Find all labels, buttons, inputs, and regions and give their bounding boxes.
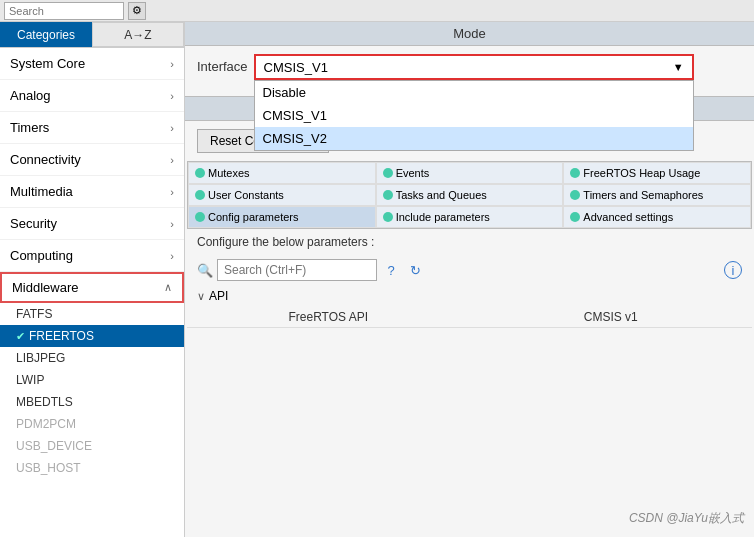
sidebar-item-label: Analog <box>10 88 50 103</box>
status-dot-icon <box>195 168 205 178</box>
tab-label: Timers and Semaphores <box>583 189 703 201</box>
api-label: API <box>209 289 228 303</box>
sidebar-item-analog[interactable]: Analog › <box>0 80 184 112</box>
watermark: CSDN @JiaYu嵌入式 <box>629 510 744 527</box>
status-dot-icon <box>383 168 393 178</box>
middleware-submenu: FATFS ✔ FREERTOS LIBJPEG LWIP MBEDTLS PD… <box>0 303 184 479</box>
status-dot-icon <box>383 190 393 200</box>
config-tab-advanced[interactable]: Advanced settings <box>563 206 751 228</box>
check-icon: ✔ <box>16 330 25 343</box>
help-circle-icon[interactable]: ? <box>381 260 401 280</box>
config-tabs: Mutexes Events FreeRTOS Heap Usage User … <box>187 161 752 229</box>
sidebar-item-timers[interactable]: Timers › <box>0 112 184 144</box>
dropdown-option-cmsis-v1[interactable]: CMSIS_V1 <box>255 104 693 127</box>
sidebar-item-connectivity[interactable]: Connectivity › <box>0 144 184 176</box>
sidebar-item-multimedia[interactable]: Multimedia › <box>0 176 184 208</box>
sidebar-item-middleware[interactable]: Middleware ∧ <box>0 272 184 303</box>
sub-item-freertos[interactable]: ✔ FREERTOS <box>0 325 184 347</box>
sidebar-item-label: Security <box>10 216 57 231</box>
api-item-freertos[interactable]: FreeRTOS API <box>187 307 470 328</box>
configure-text: Configure the below parameters : <box>185 229 754 255</box>
chevron-right-icon: › <box>170 90 174 102</box>
info-icon[interactable]: i <box>724 261 742 279</box>
sidebar-item-label: System Core <box>10 56 85 71</box>
config-tab-include-params[interactable]: Include parameters <box>376 206 564 228</box>
content-area: Mode Interface CMSIS_V1 ▼ Disable CMSIS_… <box>185 22 754 537</box>
config-tab-mutexes[interactable]: Mutexes <box>188 162 376 184</box>
status-dot-icon <box>195 212 205 222</box>
top-bar: ⚙ <box>0 0 754 22</box>
tab-label: Config parameters <box>208 211 299 223</box>
dropdown-list: Disable CMSIS_V1 CMSIS_V2 <box>254 80 694 151</box>
config-search-input[interactable] <box>217 259 377 281</box>
api-item-cmsis[interactable]: CMSIS v1 <box>470 307 753 328</box>
tab-az[interactable]: A→Z <box>92 22 184 47</box>
content-inner: Mode Interface CMSIS_V1 ▼ Disable CMSIS_… <box>185 22 754 537</box>
chevron-right-icon: › <box>170 122 174 134</box>
tab-label: User Constants <box>208 189 284 201</box>
config-tab-tasks-queues[interactable]: Tasks and Queues <box>376 184 564 206</box>
tab-categories[interactable]: Categories <box>0 22 92 47</box>
sidebar-item-computing[interactable]: Computing › <box>0 240 184 272</box>
status-dot-icon <box>570 190 580 200</box>
chevron-right-icon: › <box>170 250 174 262</box>
tab-label: Events <box>396 167 430 179</box>
sub-item-label: FREERTOS <box>29 329 94 343</box>
refresh-icon[interactable]: ↻ <box>405 260 425 280</box>
api-items: FreeRTOS API CMSIS v1 <box>187 307 752 328</box>
dropdown-arrow-icon: ▼ <box>673 61 684 73</box>
mode-header: Mode <box>185 22 754 46</box>
sub-item-usb-host[interactable]: USB_HOST <box>0 457 184 479</box>
config-tab-timers-semaphores[interactable]: Timers and Semaphores <box>563 184 751 206</box>
dropdown-selected[interactable]: CMSIS_V1 ▼ <box>254 54 694 80</box>
interface-dropdown[interactable]: CMSIS_V1 ▼ Disable CMSIS_V1 CMSIS_V2 <box>254 54 694 80</box>
search-row: 🔍 ? ↻ i <box>185 255 754 285</box>
chevron-down-icon: ∧ <box>164 281 172 294</box>
dropdown-value: CMSIS_V1 <box>264 60 328 75</box>
config-tab-user-constants[interactable]: User Constants <box>188 184 376 206</box>
collapse-arrow-icon[interactable]: ∨ <box>197 290 205 303</box>
gear-button[interactable]: ⚙ <box>128 2 146 20</box>
status-dot-icon <box>570 168 580 178</box>
chevron-right-icon: › <box>170 58 174 70</box>
search-icon: 🔍 <box>197 263 213 278</box>
chevron-right-icon: › <box>170 218 174 230</box>
config-tab-events[interactable]: Events <box>376 162 564 184</box>
sidebar-item-security[interactable]: Security › <box>0 208 184 240</box>
sidebar-item-label: Computing <box>10 248 73 263</box>
tab-label: Tasks and Queues <box>396 189 487 201</box>
tab-label: FreeRTOS Heap Usage <box>583 167 700 179</box>
sub-item-mbedtls[interactable]: MBEDTLS <box>0 391 184 413</box>
tab-label: Mutexes <box>208 167 250 179</box>
sub-item-usb-device[interactable]: USB_DEVICE <box>0 435 184 457</box>
middleware-label: Middleware <box>12 280 78 295</box>
sidebar-tabs: Categories A→Z <box>0 22 184 48</box>
interface-label: Interface <box>197 54 248 80</box>
chevron-right-icon: › <box>170 154 174 166</box>
sidebar-item-label: Timers <box>10 120 49 135</box>
sub-item-lwip[interactable]: LWIP <box>0 369 184 391</box>
interface-row: Interface CMSIS_V1 ▼ Disable CMSIS_V1 CM… <box>185 46 754 88</box>
dropdown-option-disable[interactable]: Disable <box>255 81 693 104</box>
sub-item-fatfs[interactable]: FATFS <box>0 303 184 325</box>
chevron-right-icon: › <box>170 186 174 198</box>
status-dot-icon <box>383 212 393 222</box>
sidebar-item-system-core[interactable]: System Core › <box>0 48 184 80</box>
config-tab-config-params[interactable]: Config parameters <box>188 206 376 228</box>
top-search-input[interactable] <box>4 2 124 20</box>
sub-item-pdm2pcm[interactable]: PDM2PCM <box>0 413 184 435</box>
status-dot-icon <box>570 212 580 222</box>
sidebar-item-list: System Core › Analog › Timers › Connecti… <box>0 48 184 537</box>
config-tab-heap[interactable]: FreeRTOS Heap Usage <box>563 162 751 184</box>
sidebar-item-label: Connectivity <box>10 152 81 167</box>
tab-label: Advanced settings <box>583 211 673 223</box>
tab-label: Include parameters <box>396 211 490 223</box>
sidebar: Categories A→Z System Core › Analog › Ti… <box>0 22 185 537</box>
dropdown-option-cmsis-v2[interactable]: CMSIS_V2 <box>255 127 693 150</box>
sidebar-item-label: Multimedia <box>10 184 73 199</box>
main-layout: Categories A→Z System Core › Analog › Ti… <box>0 22 754 537</box>
api-row: ∨ API <box>185 285 754 307</box>
status-dot-icon <box>195 190 205 200</box>
sub-item-libjpeg[interactable]: LIBJPEG <box>0 347 184 369</box>
